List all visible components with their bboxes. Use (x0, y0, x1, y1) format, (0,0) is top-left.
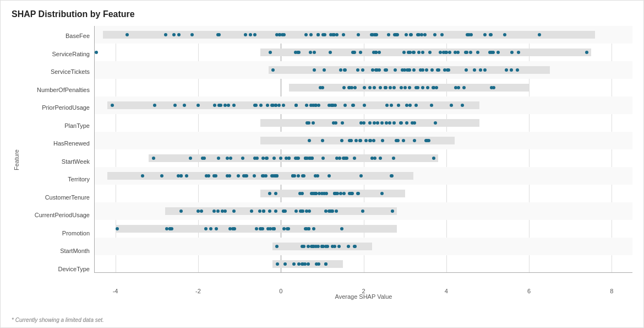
shap-dot (423, 33, 427, 36)
shap-dot (356, 192, 359, 195)
shap-dot (160, 174, 163, 178)
shap-dot (307, 121, 310, 125)
shap-dot (407, 51, 410, 54)
y-label: Territory (23, 170, 90, 188)
y-label: PriorPeriodUsage (23, 99, 90, 116)
shap-dot (385, 68, 388, 72)
y-label: PlanType (23, 117, 90, 135)
shap-dot (173, 104, 177, 107)
shap-dot (339, 68, 342, 72)
shap-dot (324, 209, 328, 213)
shap-dot (237, 174, 240, 178)
shap-dot (503, 33, 506, 36)
shap-dot (258, 209, 261, 213)
shap-dot (368, 139, 372, 142)
shap-dot (416, 33, 419, 36)
shap-dot (454, 51, 457, 54)
shap-dot (405, 33, 408, 36)
shap-dot (461, 104, 464, 107)
shap-dot (331, 245, 334, 248)
shap-dot (321, 245, 324, 248)
shap-dot (390, 104, 393, 107)
shap-dot (271, 174, 275, 178)
chart-title: SHAP Distribution by Feature (12, 9, 632, 19)
shap-dot (408, 86, 411, 89)
shap-dot (470, 33, 473, 36)
shap-dot (347, 86, 351, 89)
shap-dot (401, 68, 404, 72)
y-axis-label: Feature (12, 26, 21, 294)
shap-dot (421, 51, 424, 54)
chart-container: SHAP Distribution by Feature Feature Bas… (0, 0, 644, 328)
shap-dot (492, 86, 495, 89)
shap-dot (448, 51, 451, 54)
shap-dot (200, 209, 203, 213)
shap-dot (396, 33, 399, 36)
shap-dot (343, 68, 347, 72)
x-axis-label: Average SHAP Value (95, 293, 632, 300)
y-label: CustomerTenure (23, 189, 90, 206)
shap-dot (351, 104, 354, 107)
shap-dot (291, 174, 294, 178)
shap-dot (95, 51, 98, 54)
shap-dot (282, 227, 286, 230)
shap-dot (437, 68, 440, 72)
y-label: ServiceRating (23, 45, 90, 63)
shap-dot (343, 104, 347, 107)
shap-dot (323, 68, 326, 72)
shap-dot (342, 192, 346, 195)
shap-dot (348, 139, 351, 142)
shap-dot (312, 227, 315, 230)
shap-dot (373, 86, 376, 89)
shap-dot (400, 86, 403, 89)
shap-dot (321, 139, 324, 142)
shap-dot (216, 209, 220, 213)
shap-dot (337, 245, 341, 248)
shap-dot (379, 86, 382, 89)
shap-dot (303, 262, 307, 266)
y-label: DeviceType (23, 260, 90, 278)
shap-dot (307, 262, 310, 266)
shap-dot (212, 174, 216, 178)
shap-dot (363, 104, 366, 107)
shap-dot (308, 157, 311, 160)
shap-dot (380, 192, 384, 195)
shap-dot (340, 227, 343, 230)
shap-dot (313, 68, 316, 72)
shap-dot (253, 174, 256, 178)
plot-area: -4-202468 Average SHAP Value (94, 26, 632, 273)
shap-dot (177, 33, 181, 36)
shap-dot (274, 209, 277, 213)
shap-dot (374, 51, 378, 54)
y-label: HasRenewed (23, 135, 90, 152)
footnote: * Currently showing a limited data set. (12, 317, 104, 323)
shap-dot (321, 86, 324, 89)
shap-dot (270, 104, 274, 107)
shap-dot (279, 157, 282, 160)
shap-dot (255, 227, 258, 230)
shap-dot (342, 86, 346, 89)
shap-dot (403, 86, 407, 89)
shap-dot (111, 104, 114, 107)
shap-dot (232, 209, 236, 213)
shap-dot (153, 104, 156, 107)
shap-dot (373, 121, 376, 125)
shap-dot (388, 121, 391, 125)
shap-dot (314, 192, 318, 195)
shap-dot (277, 104, 281, 107)
shap-dot (313, 51, 316, 54)
shap-dot (356, 68, 359, 72)
shap-dot (329, 33, 332, 36)
shap-dot (392, 121, 396, 125)
shap-dot (417, 51, 421, 54)
shap-dot (261, 174, 264, 178)
shap-dot (326, 245, 329, 248)
shap-dot (296, 51, 299, 54)
shap-dot (375, 68, 379, 72)
shap-dot (434, 121, 437, 125)
y-label: StartMonth (23, 242, 90, 260)
shap-dot (282, 209, 286, 213)
shap-dot (271, 68, 275, 72)
shap-dot (359, 51, 362, 54)
shap-dot (427, 139, 430, 142)
